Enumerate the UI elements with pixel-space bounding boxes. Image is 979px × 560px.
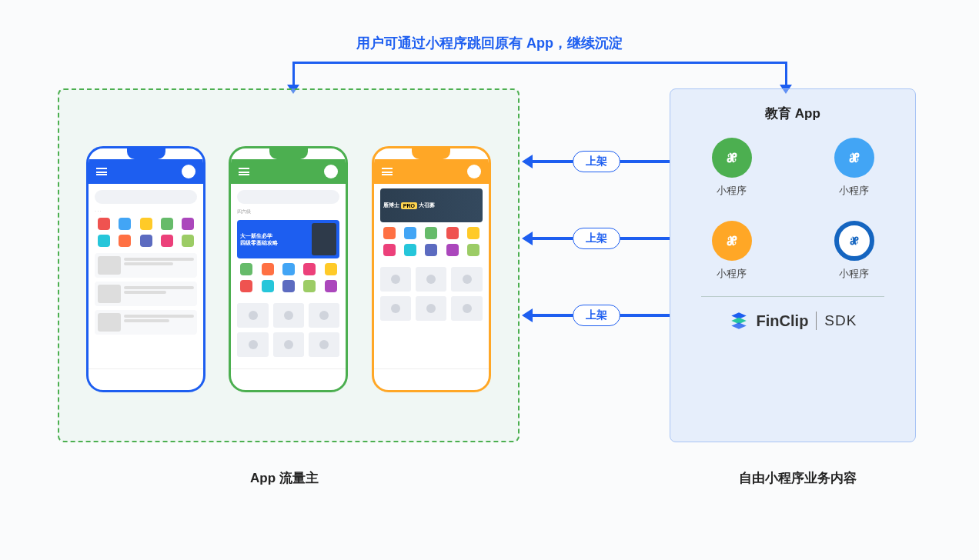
sdk-label: SDK [824,312,857,329]
avatar-icon [324,165,338,178]
promo-banner: 大一新生必学 四级零基础攻略 [237,220,339,258]
avatar-icon [182,165,195,178]
connector-top-right [785,62,787,88]
connector-top-left [292,62,295,88]
architecture-diagram: 用户可通过小程序跳回原有 App，继续沉淀 · · · [0,0,979,560]
left-panel-app-owner: · · · 四六级 大一新生必学 [58,88,520,442]
phone-tabs: · · · [89,208,203,213]
bottom-nav [231,368,346,390]
phone-mockup-blue: · · · [86,146,205,392]
arrow-left-icon [522,308,533,322]
arrow-left-icon [522,155,533,168]
icon-grid [374,227,489,256]
phone-mockup-green: 四六级 大一新生必学 四级零基础攻略 [229,146,348,392]
menu-icon [96,168,107,175]
right-panel-label: 自由小程序业务内容 [739,469,857,487]
mini-program-item: 小程序 [834,221,874,281]
content-grid [231,298,346,362]
icon-grid [89,218,203,247]
menu-icon [239,168,249,175]
arrow-left-icon [522,232,533,245]
promo-banner-dark: 雁博士 PRO 大召募 [380,188,483,222]
person-image [312,223,336,255]
phone-header [374,159,489,184]
mini-program-item: 小程序 [712,221,752,281]
avatar-icon [467,165,481,178]
mini-program-item: 小程序 [712,138,752,198]
connector-top [292,62,785,64]
phone-header [231,159,346,184]
right-panel-title: 教育 App [686,105,900,122]
menu-icon [382,168,393,175]
search-bar [95,190,197,204]
separator [816,312,817,330]
sdk-brand-name: FinClip [757,312,809,330]
mini-program-item: 小程序 [834,138,874,198]
phone-mockup-orange: 雁博士 PRO 大召募 [372,146,491,392]
phone-tabs: 四六级 [231,208,346,215]
icon-grid [231,263,346,292]
phone-notch [269,148,308,159]
phone-notch [412,148,450,159]
sdk-brand-row: FinClip SDK [686,311,900,331]
publish-badge: 上架 [573,305,620,326]
mini-program-grid: 小程序 小程序 小程序 小程序 [686,138,900,281]
card-list [89,253,203,335]
phone-header [89,159,203,184]
right-panel-edu-app: 教育 App 小程序 小程序 小程序 [670,88,916,442]
search-bar [237,190,339,204]
arrow-publish-1: 上架 [523,146,670,177]
bottom-nav [374,368,489,390]
divider [701,296,884,297]
publish-badge: 上架 [573,151,620,172]
left-panel-label: App 流量主 [250,469,319,487]
top-flow-text: 用户可通过小程序跳回原有 App，继续沉淀 [356,34,623,52]
finclip-logo-icon [729,311,749,331]
phone-notch [127,148,165,159]
miniprogram-icon [712,221,752,261]
miniprogram-icon [834,221,874,261]
bottom-nav [89,368,203,390]
arrow-publish-3: 上架 [523,300,670,331]
publish-badge: 上架 [573,228,620,249]
content-grid [374,262,489,325]
miniprogram-icon [712,138,752,178]
miniprogram-icon [834,138,874,178]
arrow-publish-2: 上架 [523,223,670,254]
